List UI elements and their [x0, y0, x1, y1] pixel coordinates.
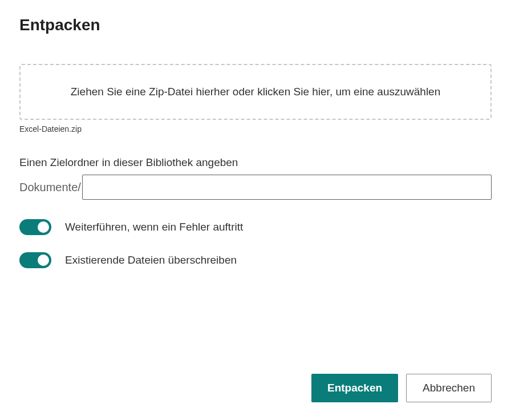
unpack-button[interactable]: Entpacken	[311, 374, 398, 402]
toggle-knob	[38, 221, 49, 233]
dropzone-text: Ziehen Sie eine Zip-Datei hierher oder k…	[71, 86, 440, 98]
page-title: Entpacken	[19, 16, 492, 34]
destination-label: Einen Zielordner in dieser Bibliothek an…	[19, 156, 492, 169]
dialog-buttons: Entpacken Abbrechen	[311, 374, 492, 402]
toggle-knob	[38, 255, 49, 266]
destination-prefix: Dokumente/	[19, 181, 81, 194]
cancel-button[interactable]: Abbrechen	[406, 374, 492, 402]
destination-row: Dokumente/	[19, 175, 492, 200]
file-dropzone[interactable]: Ziehen Sie eine Zip-Datei hierher oder k…	[19, 64, 492, 120]
continue-on-error-toggle[interactable]	[19, 219, 51, 235]
overwrite-existing-toggle[interactable]	[19, 252, 51, 268]
selected-filename: Excel-Dateien.zip	[19, 124, 492, 134]
continue-on-error-label: Weiterführen, wenn ein Fehler auftritt	[65, 221, 243, 233]
overwrite-existing-label: Existierende Dateien überschreiben	[65, 254, 237, 266]
destination-input[interactable]	[82, 175, 492, 200]
toggle-row-continue-on-error: Weiterführen, wenn ein Fehler auftritt	[19, 219, 492, 235]
toggle-row-overwrite-existing: Existierende Dateien überschreiben	[19, 252, 492, 268]
